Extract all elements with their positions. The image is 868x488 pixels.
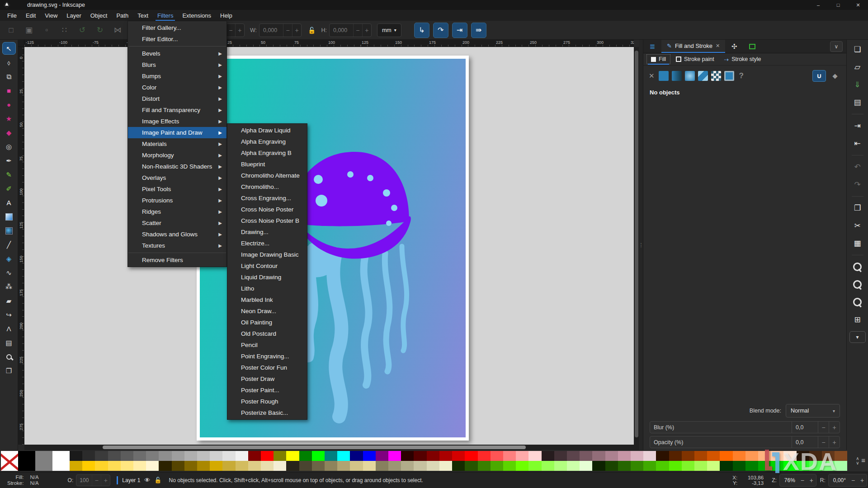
submenu-item[interactable]: Chromolitho...: [227, 181, 307, 192]
selector-tool[interactable]: ↖: [2, 42, 16, 55]
layer-visibility-icon[interactable]: 👁: [144, 477, 150, 483]
palette-swatch[interactable]: [682, 451, 694, 461]
palette-scroll-down-icon[interactable]: ∨: [856, 461, 859, 465]
no-color-swatch[interactable]: [1, 451, 18, 471]
submenu-item[interactable]: Alpha Engraving B: [227, 147, 307, 159]
palette-swatch[interactable]: [82, 451, 95, 461]
palette-swatch[interactable]: [707, 461, 720, 471]
palette-swatch[interactable]: [184, 461, 197, 471]
filters-menu-item[interactable]: Shadows and Glows ▶: [128, 229, 226, 240]
palette-swatch[interactable]: [248, 451, 261, 461]
scale-stroke-toggle[interactable]: ⇥: [452, 23, 467, 38]
zoom-selection-icon[interactable]: [850, 260, 865, 273]
filters-menu-item[interactable]: Remove Filters: [128, 254, 226, 266]
zoom-minus-button[interactable]: −: [798, 474, 807, 486]
palette-swatch[interactable]: [261, 461, 274, 471]
filters-menu-item[interactable]: Scatter ▶: [128, 217, 226, 229]
palette-swatch[interactable]: [452, 461, 465, 471]
dropper-tool[interactable]: ╱: [2, 238, 16, 252]
palette-swatch[interactable]: [146, 451, 159, 461]
horizontal-ruler[interactable]: -125-100-75-50-2502550751001251501752002…: [24, 40, 634, 47]
palette-swatch[interactable]: [592, 461, 605, 471]
palette-swatch[interactable]: [133, 451, 146, 461]
palette-swatch[interactable]: [70, 461, 82, 471]
palette-swatch[interactable]: [401, 451, 414, 461]
palette-swatch[interactable]: [605, 461, 618, 471]
submenu-item[interactable]: Old Postcard: [227, 328, 307, 339]
tab-stroke-paint[interactable]: Stroke paint: [672, 55, 718, 64]
measure-tool[interactable]: Λ: [2, 322, 16, 336]
mesh-gradient-button[interactable]: [724, 71, 734, 81]
palette-swatch[interactable]: [733, 451, 745, 461]
palette-swatch[interactable]: [745, 461, 758, 471]
palette-swatch[interactable]: [554, 461, 567, 471]
palette-swatch[interactable]: [286, 451, 299, 461]
page-tool[interactable]: ▤: [2, 336, 16, 350]
filters-menu-item[interactable]: Morphology ▶: [128, 150, 226, 161]
close-tab-icon[interactable]: ✕: [716, 43, 720, 49]
y-minus-button[interactable]: −: [226, 24, 235, 37]
submenu-item[interactable]: Chromolitho Alternate: [227, 170, 307, 181]
palette-swatch[interactable]: [694, 461, 707, 471]
zoom-center-icon[interactable]: ⊞: [850, 313, 865, 326]
vertical-ruler[interactable]: 0255075100125150175200225250275300: [18, 47, 24, 445]
palette-swatch[interactable]: [439, 461, 452, 471]
deselect-icon[interactable]: ▫: [40, 23, 53, 37]
submenu-item[interactable]: Drawing...: [227, 226, 307, 238]
submenu-item[interactable]: Pencil: [227, 339, 307, 351]
filters-menu-item[interactable]: Fill and Transparency ▶: [128, 104, 226, 116]
filters-menu-item[interactable]: [128, 45, 226, 48]
zoom-value[interactable]: 76%: [780, 477, 798, 483]
palette-swatch[interactable]: [809, 451, 822, 461]
radial-gradient-button[interactable]: [685, 71, 695, 81]
paint-bucket-tool[interactable]: ◈: [2, 252, 16, 266]
submenu-item[interactable]: Electrize...: [227, 238, 307, 249]
submenu-item[interactable]: Cross Noise Poster: [227, 204, 307, 215]
palette-swatch[interactable]: [427, 451, 439, 461]
palette-swatch[interactable]: [797, 461, 809, 471]
blur-value[interactable]: 0,0: [792, 422, 818, 433]
palette-swatch[interactable]: [452, 451, 465, 461]
palette-swatch[interactable]: [248, 461, 261, 471]
palette-swatch[interactable]: [363, 461, 376, 471]
submenu-item[interactable]: Alpha Draw Liquid: [227, 125, 307, 136]
filters-menu-item[interactable]: Image Paint and Draw ▶: [128, 127, 226, 138]
filters-menu-item[interactable]: Blurs ▶: [128, 59, 226, 70]
palette-swatch[interactable]: [733, 461, 745, 471]
submenu-item[interactable]: Cross Engraving...: [227, 192, 307, 204]
palette-swatch[interactable]: [146, 461, 159, 471]
submenu-item[interactable]: Poster Color Fun: [227, 362, 307, 373]
palette-swatch[interactable]: [108, 461, 121, 471]
select-touching-icon[interactable]: ∷: [58, 23, 71, 37]
palette-swatch[interactable]: [299, 451, 312, 461]
unit-dropdown[interactable]: mm ▾: [377, 23, 401, 37]
palette-swatch[interactable]: [835, 461, 847, 471]
open-document-icon[interactable]: ▱: [850, 60, 865, 74]
opacity-minus-button[interactable]: −: [818, 436, 829, 448]
command-button[interactable]: [852, 155, 863, 155]
ellipse-tool[interactable]: ●: [2, 98, 16, 112]
palette-swatch[interactable]: [210, 451, 222, 461]
node-dialog-icon[interactable]: ✣: [725, 40, 743, 53]
shape-builder-tool[interactable]: ⧉: [2, 70, 16, 84]
rectangle-tool[interactable]: ■: [2, 84, 16, 98]
submenu-item[interactable]: Cross Noise Poster B: [227, 215, 307, 226]
filters-menu-item[interactable]: Pixel Tools ▶: [128, 183, 226, 195]
panel-splitter-handle[interactable]: ⋮: [639, 40, 643, 450]
select-all-icon[interactable]: □: [5, 23, 18, 37]
palette-swatch[interactable]: [159, 451, 171, 461]
palette-swatch[interactable]: [783, 451, 796, 461]
spray-tool[interactable]: ⁂: [2, 280, 16, 294]
commands-overflow-button[interactable]: ▾: [849, 331, 866, 343]
palette-swatch[interactable]: [274, 451, 286, 461]
opacity-slider[interactable]: Opacity (%) 0,0 − +: [650, 436, 840, 448]
palette-swatch[interactable]: [465, 451, 477, 461]
save-document-icon[interactable]: ⇓: [850, 78, 865, 91]
palette-swatch[interactable]: [503, 461, 516, 471]
palette-swatch[interactable]: [325, 461, 337, 471]
palette-swatch[interactable]: [478, 461, 491, 471]
rotation-value[interactable]: 0,00°: [829, 477, 849, 483]
print-icon[interactable]: ▤: [850, 95, 865, 109]
palette-swatch[interactable]: [121, 451, 133, 461]
palette-swatch[interactable]: [236, 451, 248, 461]
